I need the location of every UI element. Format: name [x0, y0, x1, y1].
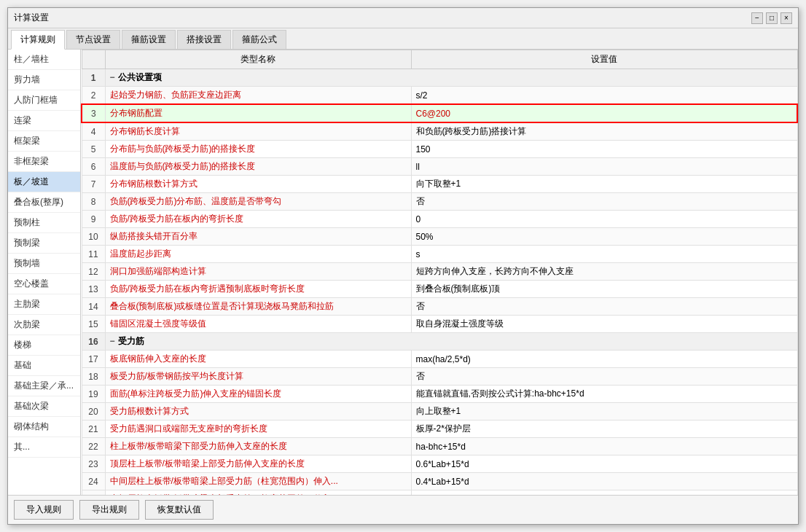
- row-num: 20: [82, 403, 105, 420]
- sidebar-item-foundation-main[interactable]: 基础主梁／承...: [8, 376, 80, 396]
- row-num: 6: [82, 158, 105, 176]
- table-row[interactable]: 13 负筋/跨板受力筋在板内弯折遇预制底板时弯折长度 到叠合板(预制底板)顶: [82, 281, 797, 298]
- minimize-button[interactable]: −: [751, 12, 763, 24]
- main-content: 柱／墙柱 剪力墙 人防门框墙 连梁 框架梁 非框架梁 板／坡道 叠合板(整厚) …: [8, 50, 798, 495]
- row-name: 受力筋根数计算方式: [105, 403, 411, 420]
- sidebar: 柱／墙柱 剪力墙 人防门框墙 连梁 框架梁 非框架梁 板／坡道 叠合板(整厚) …: [8, 50, 81, 495]
- tab-rebar-settings[interactable]: 箍筋设置: [122, 30, 176, 49]
- row-value[interactable]: 150: [411, 141, 797, 158]
- tab-rebar-formula[interactable]: 箍筋公式: [232, 30, 286, 49]
- row-value[interactable]: 向上取整+1: [411, 403, 797, 420]
- sidebar-item-non-frame-beam[interactable]: 非框架梁: [8, 152, 80, 172]
- table-row[interactable]: 24 中间层柱上板带/板带暗梁上部受力筋（柱宽范围内）伸入... 0.4*Lab…: [82, 473, 797, 490]
- col-header-value: 设置值: [411, 50, 797, 69]
- restore-button[interactable]: 恢复默认值: [145, 500, 214, 520]
- import-button[interactable]: 导入规则: [14, 500, 74, 520]
- row-name: 板底钢筋伸入支座的长度: [105, 351, 411, 368]
- row-value[interactable]: 0: [411, 211, 797, 228]
- table-row[interactable]: 22 柱上板带/板带暗梁下部受力筋伸入支座的长度 ha-bhc+15*d: [82, 438, 797, 455]
- sidebar-item-foundation[interactable]: 基础: [8, 356, 80, 376]
- row-value[interactable]: 50%: [411, 228, 797, 246]
- row-name: 板受力筋/板带钢筋按平均长度计算: [105, 368, 411, 386]
- sidebar-item-even-beam[interactable]: 连梁: [8, 111, 80, 131]
- col-header-num: [82, 50, 105, 69]
- table-row[interactable]: 9 负筋/跨板受力筋在板内的弯折长度 0: [82, 211, 797, 228]
- table-row[interactable]: 10 纵筋搭接头错开百分率 50%: [82, 228, 797, 246]
- row-value[interactable]: s: [411, 246, 797, 263]
- sidebar-item-masonry[interactable]: 砌体结构: [8, 417, 80, 437]
- row-num: 24: [82, 473, 105, 490]
- export-button[interactable]: 导出规则: [79, 500, 139, 520]
- sidebar-item-entrance-wall[interactable]: 人防门框墙: [8, 90, 80, 111]
- table-row[interactable]: 1 −公共设置项: [82, 69, 797, 87]
- row-value[interactable]: 0.4*Lab+15*d: [411, 473, 797, 490]
- row-value[interactable]: 向下取整+1: [411, 176, 797, 193]
- sidebar-item-precast-col[interactable]: 预制柱: [8, 213, 80, 233]
- table-row[interactable]: 17 板底钢筋伸入支座的长度 max(ha/2,5*d): [82, 351, 797, 368]
- row-value[interactable]: ha-bhc+15*d: [411, 438, 797, 455]
- tab-calc-rules[interactable]: 计算规则: [11, 30, 65, 50]
- table-row[interactable]: 5 分布筋与负筋(跨板受力筋)的搭接长度 150: [82, 141, 797, 158]
- row-value[interactable]: 和负筋(跨板受力筋)搭接计算: [411, 122, 797, 141]
- close-button[interactable]: ×: [780, 12, 792, 24]
- sidebar-item-sec-joist[interactable]: 次肋梁: [8, 315, 80, 335]
- maximize-button[interactable]: □: [766, 12, 778, 24]
- row-value[interactable]: 取自身混凝土强度等级: [411, 316, 797, 333]
- window-title: 计算设置: [14, 12, 49, 24]
- sidebar-item-col-wall[interactable]: 柱／墙柱: [8, 50, 80, 70]
- main-window: 计算设置 − □ × 计算规则 节点设置 箍筋设置 搭接设置 箍筋公式 柱／墙柱…: [7, 7, 799, 525]
- row-value[interactable]: 短跨方向伸入支座，长跨方向不伸入支座: [411, 263, 797, 281]
- row-value[interactable]: 板厚-2*保护层: [411, 420, 797, 438]
- row-name: 负筋/跨板受力筋在板内的弯折长度: [105, 211, 411, 228]
- table-row[interactable]: 11 温度筋起步距离 s: [82, 246, 797, 263]
- row-value[interactable]: 到叠合板(预制底板)顶: [411, 281, 797, 298]
- sidebar-item-stair[interactable]: 楼梯: [8, 335, 80, 356]
- row-name: 中间层柱上板带/板带暗梁上部受力筋（柱宽范围内）伸入...: [105, 473, 411, 490]
- table-row[interactable]: 3 分布钢筋配置 C6@200: [82, 104, 797, 122]
- row-name: −公共设置项: [105, 69, 797, 87]
- row-value[interactable]: 否: [411, 298, 797, 316]
- sidebar-item-precast-wall[interactable]: 预制墙: [8, 254, 80, 274]
- table-row[interactable]: 4 分布钢筋长度计算 和负筋(跨板受力筋)搭接计算: [82, 122, 797, 141]
- row-value[interactable]: ll: [411, 158, 797, 176]
- table-row[interactable]: 15 锚固区混凝土强度等级值 取自身混凝土强度等级: [82, 316, 797, 333]
- row-value[interactable]: C6@200: [411, 104, 797, 122]
- sidebar-item-hollow-floor[interactable]: 空心楼盖: [8, 274, 80, 294]
- tab-splice-settings[interactable]: 搭接设置: [177, 30, 231, 49]
- sidebar-item-precast-beam[interactable]: 预制梁: [8, 233, 80, 254]
- table-row[interactable]: 8 负筋(跨板受力筋)分布筋、温度筋是否带弯勾 否: [82, 193, 797, 211]
- row-value[interactable]: 能直锚就直锚,否则按公式计算:ha-bhc+15*d: [411, 386, 797, 403]
- tab-node-settings[interactable]: 节点设置: [66, 30, 120, 49]
- sidebar-item-composite-slab[interactable]: 叠合板(整厚): [8, 192, 80, 213]
- table-row[interactable]: 19 面筋(单标注跨板受力筋)伸入支座的锚固长度 能直锚就直锚,否则按公式计算:…: [82, 386, 797, 403]
- table-row[interactable]: 18 板受力筋/板带钢筋按平均长度计算 否: [82, 368, 797, 386]
- sidebar-item-slab-ramp[interactable]: 板／坡道: [8, 172, 80, 192]
- table-row[interactable]: 20 受力筋根数计算方式 向上取整+1: [82, 403, 797, 420]
- settings-table: 类型名称 设置值 1 −公共设置项 2 起始受力钢筋、负筋距支座边距离 s/2 …: [81, 50, 798, 495]
- sidebar-item-frame-beam[interactable]: 框架梁: [8, 131, 80, 152]
- table-row[interactable]: 16 −受力筋: [82, 333, 797, 351]
- row-value[interactable]: 否: [411, 368, 797, 386]
- table-row[interactable]: 12 洞口加强筋端部构造计算 短跨方向伸入支座，长跨方向不伸入支座: [82, 263, 797, 281]
- row-value[interactable]: s/2: [411, 87, 797, 105]
- sidebar-item-main-joist[interactable]: 主肋梁: [8, 294, 80, 315]
- sidebar-item-foundation-sec[interactable]: 基础次梁: [8, 396, 80, 417]
- row-name: 负筋(跨板受力筋)分布筋、温度筋是否带弯勾: [105, 193, 411, 211]
- row-value[interactable]: 0.6*Lab+15*d: [411, 455, 797, 473]
- table-row[interactable]: 6 温度筋与负筋(跨板受力筋)的搭接长度 ll: [82, 158, 797, 176]
- sidebar-item-shear-wall[interactable]: 剪力墙: [8, 70, 80, 90]
- row-value[interactable]: max(ha/2,5*d): [411, 351, 797, 368]
- table-row[interactable]: 14 叠合板(预制底板)或板缝位置是否计算现浇板马凳筋和拉筋 否: [82, 298, 797, 316]
- row-name: 面筋(单标注跨板受力筋)伸入支座的锚固长度: [105, 386, 411, 403]
- row-name: 受力筋遇洞口或端部无支座时的弯折长度: [105, 420, 411, 438]
- row-num: 8: [82, 193, 105, 211]
- table-row[interactable]: 2 起始受力钢筋、负筋距支座边距离 s/2: [82, 87, 797, 105]
- row-name: 分布钢筋根数计算方式: [105, 176, 411, 193]
- sidebar-item-other[interactable]: 其...: [8, 437, 80, 458]
- table-row[interactable]: 21 受力筋遇洞口或端部无支座时的弯折长度 板厚-2*保护层: [82, 420, 797, 438]
- table-row[interactable]: 23 顶层柱上板带/板带暗梁上部受力筋伸入支座的长度 0.6*Lab+15*d: [82, 455, 797, 473]
- row-value[interactable]: 否: [411, 193, 797, 211]
- table-row[interactable]: 7 分布钢筋根数计算方式 向下取整+1: [82, 176, 797, 193]
- row-num: 16: [82, 333, 105, 351]
- row-num: 5: [82, 141, 105, 158]
